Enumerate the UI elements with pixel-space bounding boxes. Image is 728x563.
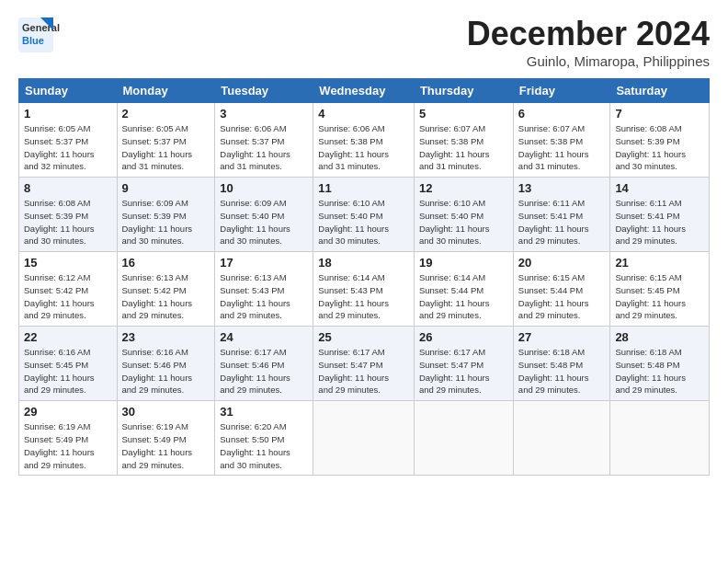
calendar-table: SundayMondayTuesdayWednesdayThursdayFrid… bbox=[18, 78, 710, 476]
calendar-cell: 6Sunrise: 6:07 AM Sunset: 5:38 PM Daylig… bbox=[513, 103, 610, 178]
day-info: Sunrise: 6:17 AM Sunset: 5:46 PM Dayligh… bbox=[220, 346, 308, 396]
day-info: Sunrise: 6:19 AM Sunset: 5:49 PM Dayligh… bbox=[24, 420, 112, 471]
day-number: 11 bbox=[318, 181, 409, 195]
calendar-cell: 9Sunrise: 6:09 AM Sunset: 5:39 PM Daylig… bbox=[117, 178, 215, 252]
day-number: 21 bbox=[615, 256, 704, 270]
day-number: 24 bbox=[220, 330, 308, 344]
calendar-cell bbox=[313, 401, 415, 476]
calendar-cell: 14Sunrise: 6:11 AM Sunset: 5:41 PM Dayli… bbox=[610, 178, 710, 252]
day-number: 6 bbox=[518, 107, 606, 121]
day-number: 3 bbox=[220, 107, 308, 121]
day-info: Sunrise: 6:16 AM Sunset: 5:46 PM Dayligh… bbox=[122, 346, 210, 396]
day-number: 20 bbox=[518, 256, 606, 270]
day-info: Sunrise: 6:14 AM Sunset: 5:43 PM Dayligh… bbox=[318, 271, 409, 322]
day-number: 15 bbox=[24, 256, 112, 270]
logo-svg: General Blue bbox=[18, 15, 92, 55]
day-number: 1 bbox=[24, 107, 112, 121]
dow-header-tuesday: Tuesday bbox=[215, 79, 313, 103]
header: General Blue December 2024 Guinlo, Mimar… bbox=[18, 15, 710, 69]
day-number: 18 bbox=[318, 256, 409, 270]
day-info: Sunrise: 6:12 AM Sunset: 5:42 PM Dayligh… bbox=[24, 271, 112, 322]
calendar-cell: 19Sunrise: 6:14 AM Sunset: 5:44 PM Dayli… bbox=[414, 252, 513, 327]
month-title: December 2024 bbox=[467, 15, 710, 53]
calendar-cell: 30Sunrise: 6:19 AM Sunset: 5:49 PM Dayli… bbox=[117, 401, 215, 476]
week-row-3: 15Sunrise: 6:12 AM Sunset: 5:42 PM Dayli… bbox=[19, 252, 710, 327]
calendar-cell: 21Sunrise: 6:15 AM Sunset: 5:45 PM Dayli… bbox=[610, 252, 710, 327]
week-row-1: 1Sunrise: 6:05 AM Sunset: 5:37 PM Daylig… bbox=[19, 103, 710, 178]
calendar-cell: 28Sunrise: 6:18 AM Sunset: 5:48 PM Dayli… bbox=[610, 327, 710, 401]
day-info: Sunrise: 6:05 AM Sunset: 5:37 PM Dayligh… bbox=[24, 122, 112, 173]
calendar-cell: 3Sunrise: 6:06 AM Sunset: 5:37 PM Daylig… bbox=[215, 103, 313, 178]
calendar-cell: 16Sunrise: 6:13 AM Sunset: 5:42 PM Dayli… bbox=[117, 252, 215, 327]
day-number: 16 bbox=[122, 256, 210, 270]
dow-header-friday: Friday bbox=[513, 79, 610, 103]
calendar-cell: 29Sunrise: 6:19 AM Sunset: 5:49 PM Dayli… bbox=[19, 401, 118, 476]
dow-header-saturday: Saturday bbox=[610, 79, 710, 103]
day-info: Sunrise: 6:09 AM Sunset: 5:40 PM Dayligh… bbox=[220, 197, 308, 247]
calendar-cell: 8Sunrise: 6:08 AM Sunset: 5:39 PM Daylig… bbox=[19, 178, 118, 252]
calendar-cell: 23Sunrise: 6:16 AM Sunset: 5:46 PM Dayli… bbox=[117, 327, 215, 401]
day-number: 10 bbox=[220, 181, 308, 195]
calendar-body: 1Sunrise: 6:05 AM Sunset: 5:37 PM Daylig… bbox=[19, 103, 710, 476]
day-info: Sunrise: 6:07 AM Sunset: 5:38 PM Dayligh… bbox=[518, 122, 606, 173]
day-number: 8 bbox=[24, 181, 112, 195]
calendar-cell: 20Sunrise: 6:15 AM Sunset: 5:44 PM Dayli… bbox=[513, 252, 610, 327]
logo: General Blue bbox=[18, 15, 92, 55]
day-info: Sunrise: 6:10 AM Sunset: 5:40 PM Dayligh… bbox=[318, 197, 409, 247]
day-info: Sunrise: 6:16 AM Sunset: 5:45 PM Dayligh… bbox=[24, 346, 112, 396]
day-number: 26 bbox=[419, 330, 508, 344]
calendar-cell bbox=[414, 401, 513, 476]
day-number: 7 bbox=[615, 107, 704, 121]
day-number: 5 bbox=[419, 107, 508, 121]
day-info: Sunrise: 6:09 AM Sunset: 5:39 PM Dayligh… bbox=[122, 197, 210, 247]
calendar-cell: 1Sunrise: 6:05 AM Sunset: 5:37 PM Daylig… bbox=[19, 103, 118, 178]
day-info: Sunrise: 6:11 AM Sunset: 5:41 PM Dayligh… bbox=[518, 197, 606, 247]
calendar-cell bbox=[513, 401, 610, 476]
calendar-cell: 24Sunrise: 6:17 AM Sunset: 5:46 PM Dayli… bbox=[215, 327, 313, 401]
day-of-week-header-row: SundayMondayTuesdayWednesdayThursdayFrid… bbox=[19, 79, 710, 103]
calendar-cell: 5Sunrise: 6:07 AM Sunset: 5:38 PM Daylig… bbox=[414, 103, 513, 178]
day-number: 12 bbox=[419, 181, 508, 195]
calendar-cell: 12Sunrise: 6:10 AM Sunset: 5:40 PM Dayli… bbox=[414, 178, 513, 252]
day-info: Sunrise: 6:11 AM Sunset: 5:41 PM Dayligh… bbox=[615, 197, 704, 247]
location-title: Guinlo, Mimaropa, Philippines bbox=[467, 53, 710, 69]
day-info: Sunrise: 6:17 AM Sunset: 5:47 PM Dayligh… bbox=[419, 346, 508, 396]
day-number: 9 bbox=[122, 181, 210, 195]
day-info: Sunrise: 6:07 AM Sunset: 5:38 PM Dayligh… bbox=[419, 122, 508, 173]
dow-header-wednesday: Wednesday bbox=[313, 79, 415, 103]
day-info: Sunrise: 6:18 AM Sunset: 5:48 PM Dayligh… bbox=[518, 346, 606, 396]
day-number: 27 bbox=[518, 330, 606, 344]
dow-header-thursday: Thursday bbox=[414, 79, 513, 103]
day-number: 31 bbox=[220, 405, 308, 419]
calendar-cell: 10Sunrise: 6:09 AM Sunset: 5:40 PM Dayli… bbox=[215, 178, 313, 252]
svg-text:Blue: Blue bbox=[22, 35, 44, 46]
day-info: Sunrise: 6:15 AM Sunset: 5:44 PM Dayligh… bbox=[518, 271, 606, 322]
calendar-cell: 2Sunrise: 6:05 AM Sunset: 5:37 PM Daylig… bbox=[117, 103, 215, 178]
day-info: Sunrise: 6:15 AM Sunset: 5:45 PM Dayligh… bbox=[615, 271, 704, 322]
svg-text:General: General bbox=[22, 22, 60, 33]
day-info: Sunrise: 6:08 AM Sunset: 5:39 PM Dayligh… bbox=[615, 122, 704, 173]
calendar-cell: 27Sunrise: 6:18 AM Sunset: 5:48 PM Dayli… bbox=[513, 327, 610, 401]
day-info: Sunrise: 6:08 AM Sunset: 5:39 PM Dayligh… bbox=[24, 197, 112, 247]
calendar-cell bbox=[610, 401, 710, 476]
calendar-cell: 25Sunrise: 6:17 AM Sunset: 5:47 PM Dayli… bbox=[313, 327, 415, 401]
day-number: 28 bbox=[615, 330, 704, 344]
day-number: 2 bbox=[122, 107, 210, 121]
day-number: 30 bbox=[122, 405, 210, 419]
dow-header-sunday: Sunday bbox=[19, 79, 118, 103]
week-row-5: 29Sunrise: 6:19 AM Sunset: 5:49 PM Dayli… bbox=[19, 401, 710, 476]
day-number: 19 bbox=[419, 256, 508, 270]
day-info: Sunrise: 6:13 AM Sunset: 5:43 PM Dayligh… bbox=[220, 271, 308, 322]
week-row-2: 8Sunrise: 6:08 AM Sunset: 5:39 PM Daylig… bbox=[19, 178, 710, 252]
day-info: Sunrise: 6:18 AM Sunset: 5:48 PM Dayligh… bbox=[615, 346, 704, 396]
day-info: Sunrise: 6:17 AM Sunset: 5:47 PM Dayligh… bbox=[318, 346, 409, 396]
day-number: 17 bbox=[220, 256, 308, 270]
day-number: 29 bbox=[24, 405, 112, 419]
day-number: 22 bbox=[24, 330, 112, 344]
day-info: Sunrise: 6:05 AM Sunset: 5:37 PM Dayligh… bbox=[122, 122, 210, 173]
day-info: Sunrise: 6:19 AM Sunset: 5:49 PM Dayligh… bbox=[122, 420, 210, 471]
day-number: 4 bbox=[318, 107, 409, 121]
calendar-cell: 15Sunrise: 6:12 AM Sunset: 5:42 PM Dayli… bbox=[19, 252, 118, 327]
day-info: Sunrise: 6:20 AM Sunset: 5:50 PM Dayligh… bbox=[220, 420, 308, 471]
calendar-cell: 7Sunrise: 6:08 AM Sunset: 5:39 PM Daylig… bbox=[610, 103, 710, 178]
